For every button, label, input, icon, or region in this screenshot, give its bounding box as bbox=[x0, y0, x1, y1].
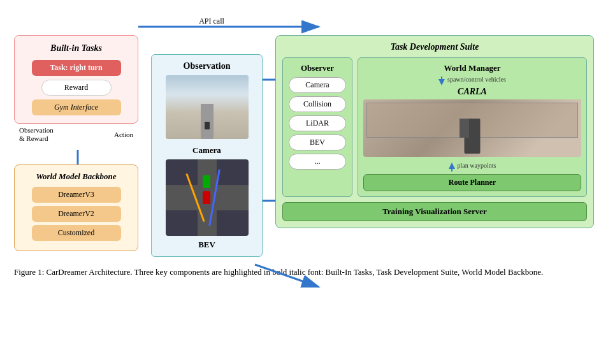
spawn-label: spawn/control vehicles bbox=[447, 76, 506, 83]
bev-title: BEV bbox=[198, 240, 215, 250]
svg-rect-13 bbox=[441, 76, 442, 80]
bev-image bbox=[166, 159, 249, 236]
camera-title: Camera bbox=[192, 145, 221, 156]
training-vis-box: Training Visualization Server bbox=[282, 202, 587, 221]
left-column: Built-in Tasks Task: right turn Reward G… bbox=[14, 35, 138, 251]
observer-collision: Collision bbox=[289, 96, 346, 112]
spawn-label-row: spawn/control vehicles bbox=[438, 76, 506, 85]
observer-more: ... bbox=[289, 154, 346, 170]
observer-bev: BEV bbox=[289, 135, 346, 150]
task-right-turn-box: Task: right turn bbox=[32, 60, 121, 76]
obs-action-labels: Observation & Reward Action bbox=[14, 126, 138, 143]
carla-image bbox=[363, 99, 581, 157]
task-label: Task: right turn bbox=[50, 63, 102, 72]
observer-camera: Camera bbox=[289, 77, 346, 93]
observation-image bbox=[166, 75, 249, 139]
training-vis-label: Training Visualization Server bbox=[382, 207, 487, 216]
reward-box: Reward bbox=[41, 80, 112, 96]
observation-title: Observation bbox=[184, 61, 231, 71]
caption: Figure 1: CarDreamer Architecture. Three… bbox=[14, 266, 594, 279]
customized-item: Customized bbox=[32, 225, 121, 241]
task-dev-title: Task Development Suite bbox=[282, 42, 587, 52]
world-manager-title: World Manager bbox=[444, 63, 500, 73]
observer-column: Observer Camera Collision LiDAR BEV ... bbox=[282, 57, 352, 197]
world-model-section: World Model Backbone DreamerV3 DreamerV2… bbox=[14, 164, 138, 251]
arrow-down-icon bbox=[438, 76, 445, 85]
right-inner: Observer Camera Collision LiDAR BEV ... … bbox=[282, 57, 587, 197]
gym-interface-box: Gym Interface bbox=[32, 99, 121, 115]
diagram-wrapper: API call Built-in Tasks Task: right turn bbox=[14, 13, 594, 279]
built-in-tasks-title: Built-in Tasks bbox=[50, 43, 102, 54]
route-planner-label: Route Planner bbox=[449, 178, 496, 187]
main-diagram-row: Built-in Tasks Task: right turn Reward G… bbox=[14, 13, 594, 257]
observer-title: Observer bbox=[301, 63, 334, 73]
arrow-up-icon bbox=[449, 163, 455, 171]
observer-lidar: LiDAR bbox=[289, 115, 346, 131]
caption-text: Figure 1: CarDreamer Architecture. Three… bbox=[14, 267, 543, 277]
route-planner-box: Route Planner bbox=[363, 174, 581, 191]
plan-label: plan waypoints bbox=[458, 162, 496, 169]
built-in-tasks-box: Built-in Tasks Task: right turn Reward G… bbox=[14, 35, 138, 124]
carla-title: CARLA bbox=[458, 87, 487, 97]
task-dev-suite: Task Development Suite Observer Camera C… bbox=[275, 35, 594, 228]
action-label: Action bbox=[114, 131, 138, 138]
svg-rect-15 bbox=[451, 168, 452, 171]
gym-interface-label: Gym Interface bbox=[54, 103, 98, 112]
world-manager-column: World Manager spawn/control vehicles CAR… bbox=[358, 57, 587, 197]
world-model-title: World Model Backbone bbox=[36, 171, 116, 182]
dreamerv2-item: DreamerV2 bbox=[32, 206, 121, 222]
reward-label: Reward bbox=[64, 83, 88, 92]
dreamerv3-item: DreamerV3 bbox=[32, 187, 121, 203]
observation-reward-label: Observation & Reward bbox=[14, 126, 54, 143]
observation-column: Observation Camera BEV bbox=[151, 54, 263, 257]
plan-label-row: plan waypoints bbox=[449, 162, 496, 171]
